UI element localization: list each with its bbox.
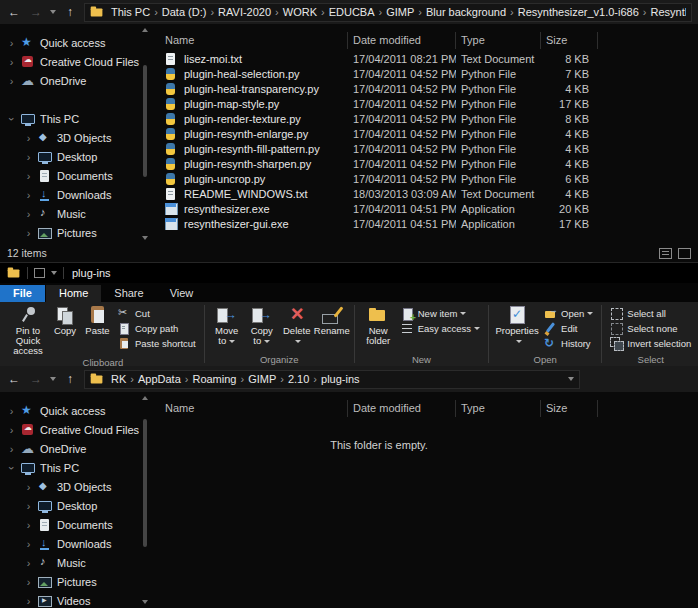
file-row[interactable]: plugin-map-style.py 17/04/2011 04:52 PM … <box>160 96 692 111</box>
tab-file[interactable]: File <box>0 285 45 302</box>
paste-button[interactable]: Paste <box>81 303 114 336</box>
expander-icon[interactable] <box>24 539 33 549</box>
column-header-date-modified[interactable]: Date modified <box>348 400 456 417</box>
sidebar-item[interactable]: Music <box>0 553 150 572</box>
column-header-size[interactable]: Size <box>541 400 598 417</box>
file-row[interactable]: resynthesizer-gui.exe 17/04/2011 04:51 P… <box>160 216 692 231</box>
sidebar-item[interactable]: OneDrive <box>0 439 150 458</box>
large-icons-view-icon[interactable] <box>678 248 691 259</box>
breadcrumb-item[interactable]: 2.10 › <box>285 373 318 385</box>
breadcrumb-item[interactable]: Blur background › <box>423 6 515 18</box>
file-row[interactable]: plugin-render-texture.py 17/04/2011 04:5… <box>160 111 692 126</box>
file-row[interactable]: plugin-heal-selection.py 17/04/2011 04:5… <box>160 66 692 81</box>
sidebar-item[interactable]: OneDrive <box>0 71 150 90</box>
breadcrumb-item[interactable]: plug-ins › <box>318 373 363 385</box>
column-header-name[interactable]: Name <box>160 32 348 49</box>
address-dropdown-icon[interactable] <box>568 377 574 381</box>
breadcrumb-item[interactable]: RAVI-2020 › <box>215 6 280 18</box>
sidebar-item[interactable]: Desktop <box>0 496 150 515</box>
expander-icon[interactable] <box>24 209 33 219</box>
delete-button[interactable]: Delete <box>280 303 314 346</box>
expander-icon[interactable] <box>24 577 33 587</box>
file-row[interactable]: plugin-resynth-enlarge.py 17/04/2011 04:… <box>160 126 692 141</box>
move-to-button[interactable]: Move to <box>210 303 244 346</box>
file-row[interactable]: plugin-heal-transparency.py 17/04/2011 0… <box>160 81 692 96</box>
select-none-button[interactable]: Select none <box>607 321 694 336</box>
file-row[interactable]: plugin-resynth-fill-pattern.py 17/04/201… <box>160 141 692 156</box>
copy-to-button[interactable]: Copy to <box>245 303 279 346</box>
easy-access-button[interactable]: Easy access <box>398 321 483 336</box>
breadcrumb-item[interactable]: Data (D:) › <box>159 6 215 18</box>
scroll-down-icon[interactable] <box>142 236 148 240</box>
file-row[interactable]: plugin-resynth-sharpen.py 17/04/2011 04:… <box>160 156 692 171</box>
cut-button[interactable]: Cut <box>115 306 199 321</box>
qat-dropdown-icon[interactable] <box>51 271 57 275</box>
expander-icon[interactable] <box>24 171 33 181</box>
expander-icon[interactable] <box>7 406 16 416</box>
sidebar-item[interactable]: Videos <box>0 242 150 244</box>
breadcrumb-item[interactable]: GIMP › <box>245 373 285 385</box>
column-header-type[interactable]: Type <box>456 32 541 49</box>
paste-shortcut-button[interactable]: Paste shortcut <box>115 336 199 351</box>
breadcrumb-item[interactable]: EDUCBA › <box>326 6 384 18</box>
scrollbar-thumb[interactable] <box>143 419 147 546</box>
expander-icon[interactable] <box>7 114 17 123</box>
forward-icon[interactable]: → <box>28 1 44 23</box>
sidebar-item[interactable]: Documents <box>0 166 150 185</box>
rename-button[interactable]: Rename <box>315 303 349 336</box>
recent-locations-icon[interactable] <box>50 377 56 381</box>
up-icon[interactable]: ↑ <box>62 368 78 390</box>
scrollbar-thumb[interactable] <box>143 65 147 177</box>
sidebar-item[interactable]: This PC <box>0 458 150 477</box>
file-row[interactable]: README_WINDOWS.txt 18/03/2013 03:09 AM T… <box>160 186 692 201</box>
breadcrumb-item[interactable]: WORK › <box>280 6 326 18</box>
up-icon[interactable]: ↑ <box>62 1 78 23</box>
properties-button[interactable]: Properties <box>494 303 540 346</box>
sidebar-item[interactable]: Quick access <box>0 401 150 420</box>
sidebar-item[interactable]: Desktop <box>0 147 150 166</box>
scroll-up-icon[interactable] <box>142 396 148 400</box>
expander-icon[interactable] <box>24 133 33 143</box>
column-header-size[interactable]: Size <box>541 32 598 49</box>
forward-icon[interactable]: → <box>28 368 44 390</box>
expander-icon[interactable] <box>24 520 33 530</box>
column-header-type[interactable]: Type <box>456 400 541 417</box>
file-row[interactable]: resynthesizer.exe 17/04/2011 04:51 PM Ap… <box>160 201 692 216</box>
details-view-icon[interactable] <box>659 248 672 259</box>
expander-icon[interactable] <box>7 57 16 67</box>
expander-icon[interactable] <box>24 596 33 606</box>
copy-path-button[interactable]: Copy path <box>115 321 199 336</box>
expander-icon[interactable] <box>24 152 33 162</box>
file-row[interactable]: lisez-moi.txt 17/04/2011 08:21 PM Text D… <box>160 51 692 66</box>
expander-icon[interactable] <box>24 558 33 568</box>
expander-icon[interactable] <box>24 228 33 238</box>
breadcrumb-item[interactable]: This PC › <box>108 6 159 18</box>
sidebar-item[interactable]: This PC <box>0 109 150 128</box>
sidebar-scrollbar[interactable] <box>141 26 150 242</box>
history-button[interactable]: History <box>541 336 596 351</box>
recent-locations-icon[interactable] <box>50 10 56 14</box>
sidebar-scrollbar[interactable] <box>141 394 150 606</box>
breadcrumb-item[interactable]: Roaming › <box>189 373 245 385</box>
sidebar-item[interactable]: Documents <box>0 515 150 534</box>
copy-button[interactable]: Copy <box>50 303 80 336</box>
select-all-button[interactable]: Select all <box>607 306 694 321</box>
sidebar-item[interactable]: Videos <box>0 591 150 608</box>
address-bar[interactable]: RK › AppData › Roaming › GIMP › 2.10 › <box>84 370 580 389</box>
pin-to-quick-access-button[interactable]: Pin to Quick access <box>7 303 49 356</box>
sidebar-item[interactable]: 3D Objects <box>0 128 150 147</box>
new-item-button[interactable]: New item <box>398 306 483 321</box>
file-row[interactable]: plugin-uncrop.py 17/04/2011 04:52 PM Pyt… <box>160 171 692 186</box>
sidebar-item[interactable]: Quick access <box>0 33 150 52</box>
invert-selection-button[interactable]: Invert selection <box>607 336 694 351</box>
expander-icon[interactable] <box>7 76 16 86</box>
sidebar-item[interactable]: Creative Cloud Files <box>0 52 150 71</box>
qat-properties-icon[interactable] <box>34 268 45 278</box>
column-header-name[interactable]: Name <box>160 400 348 417</box>
new-folder-button[interactable]: New folder <box>360 303 397 346</box>
sidebar-item[interactable]: Pictures <box>0 572 150 591</box>
breadcrumb-item[interactable]: Resynthesizer_v1.0-i686 › <box>648 6 686 18</box>
breadcrumb-item[interactable]: RK › <box>108 373 135 385</box>
breadcrumb-item[interactable]: GIMP › <box>383 6 423 18</box>
tab-view[interactable]: View <box>157 285 207 302</box>
